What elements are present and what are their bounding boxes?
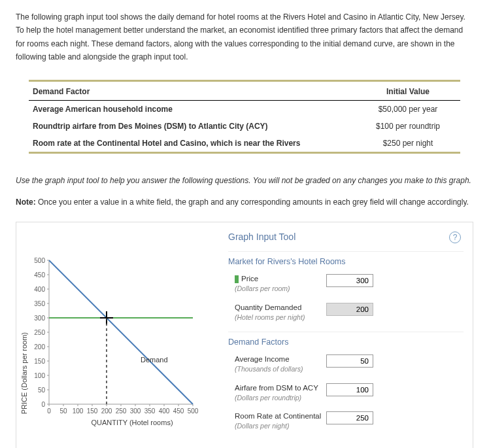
section-market: Market for Rivers's Hotel Rooms [228, 251, 464, 271]
svg-text:500: 500 [34, 257, 45, 264]
y-axis-label: PRICE (Dollars per room) [20, 332, 28, 414]
th-value: Initial Value [356, 82, 460, 101]
help-icon[interactable]: ? [449, 232, 461, 243]
factor-table: Demand Factor Initial Value Average Amer… [29, 82, 460, 152]
income-input[interactable] [326, 354, 373, 368]
svg-text:300: 300 [34, 315, 45, 322]
svg-text:450: 450 [34, 271, 45, 279]
roomrate-label: Room Rate at Continental (Dollars per ni… [235, 411, 326, 431]
input-panel: ? Graph Input Tool Market for Rivers's H… [219, 232, 464, 438]
svg-text:150: 150 [34, 358, 45, 365]
svg-text:200: 200 [34, 343, 45, 351]
table-row: Roundtrip airfare from Des Moines (DSM) … [29, 118, 460, 135]
svg-text:400: 400 [34, 286, 45, 293]
graph-input-tool: PRICE (Dollars per room) 0 50 10 [16, 222, 473, 448]
factor-cell: Roundtrip airfare from Des Moines (DSM) … [29, 118, 356, 135]
chart-column: PRICE (Dollars per room) 0 50 10 [23, 232, 219, 438]
svg-text:0: 0 [41, 401, 45, 408]
demand-chart[interactable]: 0 50 100 150 200 250 300 350 400 450 500… [23, 254, 219, 417]
svg-text:300: 300 [130, 407, 141, 415]
table-row: Room rate at the Continental Hotel and C… [29, 135, 460, 152]
value-cell: $100 per roundtrip [356, 118, 460, 135]
svg-text:50: 50 [38, 387, 46, 394]
roomrate-input[interactable] [326, 411, 373, 424]
factor-table-wrap: Demand Factor Initial Value Average Amer… [29, 80, 460, 154]
tool-title: Graph Input Tool [228, 232, 464, 242]
svg-text:500: 500 [188, 407, 199, 415]
svg-text:200: 200 [101, 407, 112, 415]
svg-text:400: 400 [159, 407, 170, 415]
svg-text:100: 100 [73, 407, 84, 415]
price-label: Price (Dollars per room) [235, 274, 326, 294]
intro-text: The following graph input tool shows the… [16, 10, 473, 64]
note-text: Note: Once you enter a value in a white … [16, 196, 473, 209]
airfare-label: Airfare from DSM to ACY (Dollars per rou… [235, 383, 326, 403]
svg-text:0: 0 [47, 407, 51, 415]
factor-cell: Room rate at the Continental Hotel and C… [29, 135, 356, 152]
svg-text:250: 250 [116, 407, 127, 415]
svg-text:250: 250 [34, 329, 45, 336]
svg-text:350: 350 [144, 407, 156, 415]
svg-text:350: 350 [34, 300, 45, 307]
price-input[interactable] [326, 274, 373, 287]
value-cell: $250 per night [356, 135, 460, 152]
factor-cell: Average American household income [29, 100, 356, 118]
svg-text:50: 50 [59, 407, 67, 415]
value-cell: $50,000 per year [356, 100, 460, 118]
price-marker-icon [235, 275, 239, 283]
qty-output [326, 303, 373, 316]
svg-text:100: 100 [34, 372, 45, 379]
demand-curve-label: Demand [141, 356, 168, 364]
qty-label: Quantity Demanded (Hotel rooms per night… [235, 303, 326, 322]
table-row: Average American household income $50,00… [29, 100, 460, 118]
th-factor: Demand Factor [29, 82, 356, 101]
instruction-text: Use the graph input tool to help you ans… [16, 175, 473, 187]
airfare-input[interactable] [326, 383, 373, 396]
income-label: Average Income (Thousands of dollars) [235, 354, 326, 374]
svg-text:450: 450 [173, 407, 184, 415]
svg-text:150: 150 [87, 407, 98, 415]
section-factors: Demand Factors [228, 332, 464, 352]
x-axis-label: QUANTITY (Hotel rooms) [45, 419, 219, 426]
